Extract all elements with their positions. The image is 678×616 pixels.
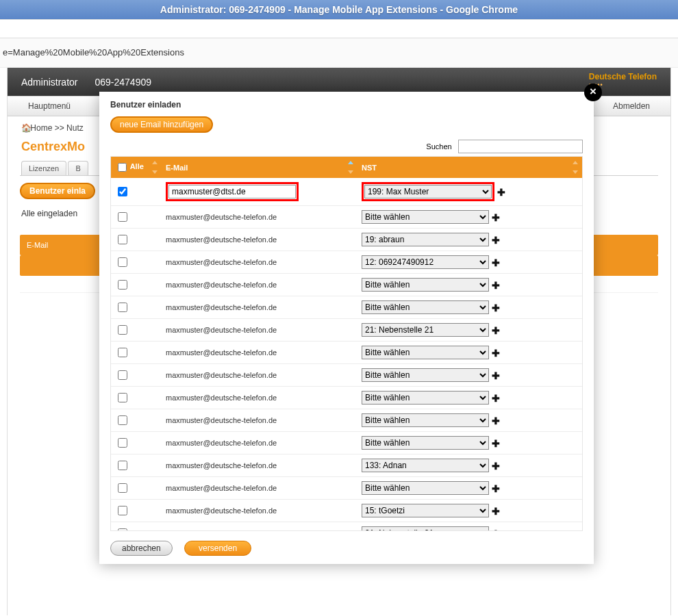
email-cell: maxmuster@deutsche-telefon.de xyxy=(162,251,357,274)
table-row: maxmuster@deutsche-telefon.de133: Adnan✚ xyxy=(111,454,582,477)
nst-select[interactable]: 15: tGoetzi xyxy=(362,504,489,517)
nst-select[interactable]: Bitte wählen xyxy=(362,413,489,427)
nst-select[interactable]: Bitte wählen xyxy=(362,346,489,359)
row-checkbox[interactable] xyxy=(118,461,127,470)
email-cell: maxmuster@deutsche-telefon.de xyxy=(162,364,357,387)
add-nst-icon[interactable]: ✚ xyxy=(492,528,500,531)
nst-cell: 12: 069247490912✚ xyxy=(357,251,582,274)
nst-select[interactable]: 21: Nebenstelle 21 xyxy=(362,323,489,337)
email-cell: maxmuster@deutsche-telefon.de xyxy=(162,477,357,500)
select-all-checkbox[interactable] xyxy=(118,163,127,172)
search-input[interactable] xyxy=(458,140,583,153)
add-nst-icon[interactable]: ✚ xyxy=(492,348,500,359)
nst-select[interactable]: Bitte wählen xyxy=(362,391,489,405)
row-checkbox[interactable] xyxy=(118,438,127,448)
row-checkbox[interactable] xyxy=(118,483,127,493)
th-email[interactable]: E-Mail xyxy=(162,157,357,178)
invite-table-wrap[interactable]: Alle E-Mail NST 199: Max Muster✚maxmuste… xyxy=(110,156,583,531)
crumb-sep: >> xyxy=(55,123,64,133)
nst-select[interactable]: 19: abraun xyxy=(362,233,489,246)
nst-select[interactable]: Bitte wählen xyxy=(362,481,489,495)
nst-select[interactable]: 21: Nebenstelle 21 xyxy=(362,526,489,531)
row-checkbox[interactable] xyxy=(118,506,127,515)
add-nst-icon[interactable]: ✚ xyxy=(492,393,500,404)
nst-select[interactable]: 133: Adnan xyxy=(362,459,489,472)
invite-modal: × Benutzer einladen neue Email hinzufüge… xyxy=(99,92,594,564)
add-nst-icon[interactable]: ✚ xyxy=(492,303,500,313)
row-checkbox[interactable] xyxy=(118,280,127,290)
tab-b[interactable]: B xyxy=(68,161,88,175)
add-nst-icon[interactable]: ✚ xyxy=(492,415,500,426)
email-cell: maxmuster@deutsche-telefon.de xyxy=(162,432,357,454)
table-row: 199: Max Muster✚ xyxy=(111,178,582,206)
add-nst-icon[interactable]: ✚ xyxy=(492,212,500,223)
nst-cell: Bitte wählen✚ xyxy=(357,274,582,296)
nst-cell: 15: tGoetzi✚ xyxy=(357,500,582,522)
table-row: maxmuster@deutsche-telefon.deBitte wähle… xyxy=(111,387,582,409)
window-title: Administrator: 069-2474909 - Manage Mobi… xyxy=(0,0,678,19)
search-label: Suchen xyxy=(426,142,451,151)
row-checkbox[interactable] xyxy=(118,325,127,335)
home-icon: 🏠 xyxy=(21,123,28,133)
add-email-button[interactable]: neue Email hinzufügen xyxy=(110,116,213,133)
row-checkbox[interactable] xyxy=(118,415,127,425)
nst-select[interactable]: 199: Max Muster xyxy=(364,185,492,198)
close-icon[interactable]: × xyxy=(584,84,602,101)
tab-lizenzen[interactable]: Lizenzen xyxy=(21,161,66,175)
add-nst-icon[interactable]: ✚ xyxy=(492,280,500,291)
invite-user-button[interactable]: Benutzer einla xyxy=(20,183,95,199)
email-cell: maxmuster@deutsche-telefon.de xyxy=(162,296,357,319)
modal-title: Benutzer einladen xyxy=(110,100,583,110)
add-nst-icon[interactable]: ✚ xyxy=(497,187,505,198)
email-input[interactable] xyxy=(168,185,296,198)
table-row: maxmuster@deutsche-telefon.de15: tGoetzi… xyxy=(111,500,582,522)
row-checkbox[interactable] xyxy=(118,235,127,244)
nst-cell: 19: abraun✚ xyxy=(357,229,582,251)
nst-cell: Bitte wählen✚ xyxy=(357,342,582,364)
add-nst-icon[interactable]: ✚ xyxy=(492,461,500,472)
th-all-label: Alle xyxy=(130,162,144,170)
add-nst-icon[interactable]: ✚ xyxy=(492,235,500,246)
th-all[interactable]: Alle xyxy=(111,157,162,178)
nst-select[interactable]: Bitte wählen xyxy=(362,436,489,450)
send-button[interactable]: versenden xyxy=(184,541,251,556)
row-checkbox[interactable] xyxy=(118,370,127,380)
row-checkbox[interactable] xyxy=(118,528,127,531)
add-nst-icon[interactable]: ✚ xyxy=(492,483,500,494)
email-cell: maxmuster@deutsche-telefon.de xyxy=(162,342,357,364)
nst-cell: Bitte wählen✚ xyxy=(357,364,582,387)
nst-cell: 21: Nebenstelle 21✚ xyxy=(357,319,582,342)
add-nst-icon[interactable]: ✚ xyxy=(492,257,500,268)
th-nst[interactable]: NST xyxy=(357,157,582,178)
admin-account: 069-2474909 xyxy=(95,77,151,88)
table-row: maxmuster@deutsche-telefon.de21: Nebenst… xyxy=(111,319,582,342)
nst-select[interactable]: Bitte wählen xyxy=(362,210,489,224)
nst-select[interactable]: Bitte wählen xyxy=(362,368,489,382)
nst-select[interactable]: 12: 069247490912 xyxy=(362,255,489,269)
nst-cell: 133: Adnan✚ xyxy=(357,454,582,477)
row-checkbox[interactable] xyxy=(118,212,127,222)
search-row: Suchen xyxy=(110,140,583,153)
menu-logout[interactable]: Abmelden xyxy=(613,101,650,111)
add-nst-icon[interactable]: ✚ xyxy=(492,438,500,449)
row-checkbox[interactable] xyxy=(118,257,127,267)
add-nst-icon[interactable]: ✚ xyxy=(492,370,500,381)
row-checkbox[interactable] xyxy=(118,393,127,402)
row-checkbox[interactable] xyxy=(118,303,127,312)
nst-select[interactable]: Bitte wählen xyxy=(362,278,489,292)
crumb-home[interactable]: Home xyxy=(30,123,52,133)
menu-home[interactable]: Hauptmenü xyxy=(28,101,71,111)
nst-cell: 21: Nebenstelle 21✚ xyxy=(357,522,582,532)
cancel-button[interactable]: abbrechen xyxy=(110,541,173,556)
nst-select[interactable]: Bitte wählen xyxy=(362,300,489,314)
add-nst-icon[interactable]: ✚ xyxy=(492,325,500,336)
crumb-section[interactable]: Nutz xyxy=(66,123,84,133)
page-shell: Administrator 069-2474909 Deutsche Telef… xyxy=(7,68,671,615)
admin-role: Administrator xyxy=(21,77,77,88)
row-checkbox[interactable] xyxy=(118,348,127,357)
email-cell xyxy=(162,178,357,206)
table-row: maxmuster@deutsche-telefon.deBitte wähle… xyxy=(111,274,582,296)
add-nst-icon[interactable]: ✚ xyxy=(492,506,500,517)
table-row: maxmuster@deutsche-telefon.de19: abraun✚ xyxy=(111,229,582,251)
row-checkbox[interactable] xyxy=(118,187,127,196)
